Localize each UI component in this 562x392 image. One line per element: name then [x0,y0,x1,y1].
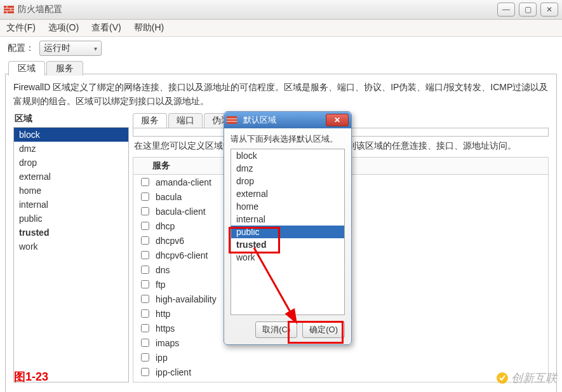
main-tab-row: 区域 服务 [8,60,84,75]
service-checkbox-ftp[interactable] [141,280,149,288]
menu-options[interactable]: 选项(O) [48,22,79,34]
service-checkbox-amanda-client[interactable] [141,178,149,186]
service-checkbox-dns[interactable] [141,266,149,274]
service-row-ipsec[interactable]: ipsec [133,379,548,382]
zone-header: 区域 [15,113,129,125]
service-checkbox-high-availability[interactable] [141,295,149,303]
menubar: 文件(F) 选项(O) 查看(V) 帮助(H) [0,20,562,37]
service-label: high-availability [156,294,217,304]
dialog-zone-item-block[interactable]: block [231,149,344,162]
firewall-icon [227,115,237,125]
firewall-icon [4,4,14,15]
zone-item-block[interactable]: block [14,128,128,142]
service-label: bacula-client [156,206,206,217]
service-checkbox-dhcp[interactable] [141,222,149,230]
service-checkbox-ipp-client[interactable] [141,368,149,376]
zone-description: FirewallD 区域定义了绑定的网络连接、接口以及源地址的可信程度。区域是服… [13,81,549,108]
zone-item-internal[interactable]: internal [14,198,128,212]
zone-item-trusted[interactable]: trusted [14,226,128,240]
zone-item-public[interactable]: public [14,212,128,226]
window-title: 防火墙配置 [18,4,62,15]
maximize-button[interactable]: ▢ [519,3,537,17]
tab-zones[interactable]: 区域 [8,61,45,76]
service-label: amanda-client [156,177,211,187]
dialog-zone-item-home[interactable]: home [231,200,344,213]
service-checkbox-https[interactable] [141,324,149,332]
tab-services[interactable]: 服务 [46,61,83,76]
service-checkbox-bacula-client[interactable] [141,207,149,215]
chevron-down-icon: ▾ [94,45,97,52]
service-checkbox-http[interactable] [141,309,149,318]
menu-file[interactable]: 文件(F) [6,22,36,34]
service-label: dhcpv6-client [156,250,208,260]
service-label: ftp [156,280,166,290]
close-button[interactable]: ✕ [540,3,558,17]
service-checkbox-imaps[interactable] [141,339,149,347]
service-label: ipp [156,353,168,363]
dialog-zone-item-external[interactable]: external [231,187,344,200]
service-label: https [156,323,175,334]
service-label: http [156,309,170,319]
dialog-zone-item-internal[interactable]: internal [231,213,344,226]
service-checkbox-ipp[interactable] [141,353,149,362]
dialog-zone-item-drop[interactable]: drop [231,175,344,187]
dialog-zone-list[interactable]: blockdmzdropexternalhomeinternalpublictr… [231,149,345,315]
service-label: dns [156,265,170,275]
watermark: 创新互联 [496,370,557,386]
zone-item-dmz[interactable]: dmz [14,142,128,156]
service-checkbox-bacula[interactable] [141,193,149,201]
service-label: dhcp [156,221,175,231]
service-label: imaps [156,338,179,348]
dialog-ok-button[interactable]: 确定(O) [302,321,345,338]
dialog-zone-item-work[interactable]: work [231,251,344,264]
titlebar: 防火墙配置 — ▢ ✕ [0,0,562,20]
dialog-titlebar[interactable]: 默认区域 ✕ [224,112,351,128]
dialog-instruction: 请从下面列表选择默认区域。 [231,133,345,145]
menu-help[interactable]: 帮助(H) [134,22,164,34]
zone-item-home[interactable]: home [14,184,128,198]
svg-rect-0 [4,6,14,13]
config-row: 配置： 运行时 ▾ [0,37,562,62]
config-mode-combo[interactable]: 运行时 ▾ [39,41,102,56]
subtab-ports[interactable]: 端口 [168,113,203,128]
subtab-services[interactable]: 服务 [133,113,167,128]
zone-item-work[interactable]: work [14,240,128,253]
dialog-zone-item-trusted[interactable]: trusted [231,238,344,251]
service-row-ipp[interactable]: ipp [133,350,548,365]
service-checkbox-dhcpv6[interactable] [141,236,149,245]
menu-view[interactable]: 查看(V) [91,22,121,34]
watermark-icon [496,372,509,384]
zone-item-drop[interactable]: drop [14,156,128,170]
minimize-button[interactable]: — [497,3,515,17]
zone-column: 区域 blockdmzdropexternalhomeinternalpubli… [13,112,129,382]
service-row-ipp-client[interactable]: ipp-client [133,365,548,379]
zone-item-external[interactable]: external [14,170,128,184]
dialog-cancel-button[interactable]: 取消(C) [255,321,297,338]
dialog-zone-item-dmz[interactable]: dmz [231,162,344,175]
figure-label: 图1-23 [14,369,48,384]
config-label: 配置： [8,43,34,54]
service-label: ipsec [156,382,177,383]
default-zone-dialog: 默认区域 ✕ 请从下面列表选择默认区域。 blockdmzdropexterna… [224,111,352,345]
dialog-zone-item-public[interactable]: public [231,226,344,238]
service-checkbox-dhcpv6-client[interactable] [141,251,149,259]
dialog-close-button[interactable]: ✕ [326,114,349,126]
zone-list[interactable]: blockdmzdropexternalhomeinternalpublictr… [13,127,129,382]
service-label: bacula [156,192,182,202]
svg-rect-6 [227,116,237,124]
config-mode-value: 运行时 [44,43,70,54]
dialog-title: 默认区域 [243,114,276,126]
service-label: dhcpv6 [156,236,184,246]
service-label: ipp-client [156,367,191,377]
